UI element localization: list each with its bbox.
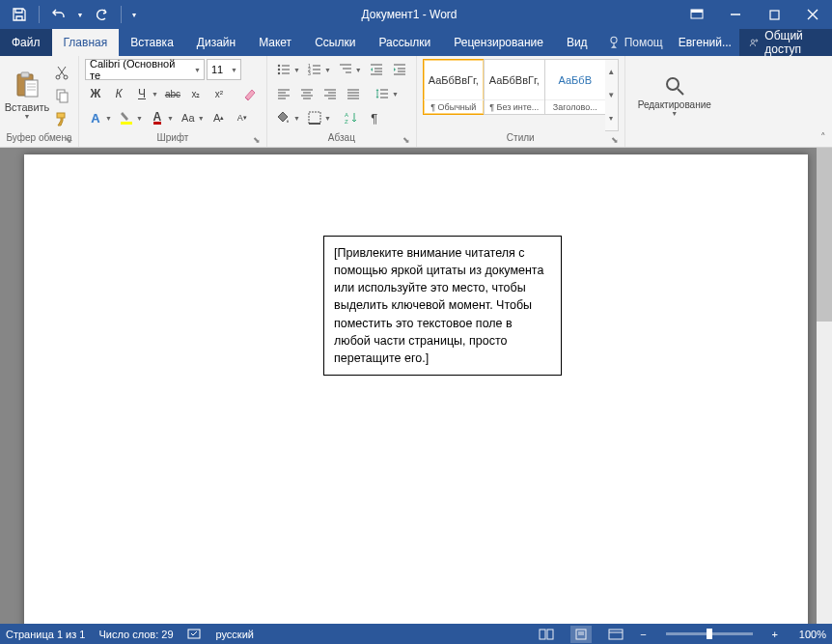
- grow-font-button[interactable]: A▴: [208, 107, 230, 128]
- close-button[interactable]: [793, 0, 832, 29]
- line-spacing-button[interactable]: [372, 83, 393, 104]
- cut-button[interactable]: [51, 62, 72, 83]
- show-marks-button[interactable]: ¶: [364, 107, 385, 128]
- page[interactable]: [Привлеките внимание читателя с помощью …: [24, 154, 808, 624]
- tab-review[interactable]: Рецензирование: [442, 29, 555, 56]
- redo-button[interactable]: [88, 1, 115, 28]
- align-right-button[interactable]: [319, 83, 341, 104]
- style-heading1[interactable]: АаБбВ Заголово...: [544, 59, 606, 115]
- text-effects-button[interactable]: A: [85, 107, 106, 128]
- tab-references[interactable]: Ссылки: [303, 29, 367, 56]
- format-painter-button[interactable]: [51, 108, 72, 129]
- tell-me-search[interactable]: Помощ: [599, 29, 671, 56]
- collapse-ribbon-button[interactable]: ˄: [820, 131, 826, 144]
- group-styles-label: Стили: [507, 132, 535, 143]
- read-mode-button[interactable]: [536, 626, 557, 643]
- subscript-button[interactable]: x₂: [185, 83, 207, 104]
- font-color-button[interactable]: A: [147, 107, 168, 128]
- styles-expand[interactable]: ▾: [605, 107, 618, 130]
- zoom-slider[interactable]: [666, 632, 753, 635]
- share-label: Общий доступ: [764, 29, 822, 56]
- share-button[interactable]: Общий доступ: [739, 29, 832, 56]
- font-name-combo[interactable]: Calibri (Основной те▼: [85, 59, 205, 80]
- paste-button[interactable]: Вставить ▼: [6, 59, 48, 131]
- ribbon-display-options[interactable]: [678, 0, 716, 29]
- zoom-slider-thumb[interactable]: [707, 629, 712, 639]
- clear-formatting-button[interactable]: [239, 83, 261, 104]
- italic-button[interactable]: К: [108, 83, 129, 104]
- minimize-button[interactable]: [716, 0, 755, 29]
- numbering-button[interactable]: 123: [304, 59, 325, 80]
- shrink-font-button[interactable]: A▾: [232, 107, 253, 128]
- svg-rect-8: [21, 72, 29, 77]
- styles-launcher[interactable]: ⬊: [609, 134, 621, 146]
- undo-dropdown[interactable]: ▼: [74, 1, 86, 28]
- vertical-scrollbar[interactable]: [817, 148, 832, 624]
- tab-insert[interactable]: Вставка: [119, 29, 185, 56]
- styles-down[interactable]: ▼: [605, 83, 618, 106]
- style-no-spacing[interactable]: АаБбВвГг, ¶ Без инте...: [484, 59, 545, 115]
- bold-button[interactable]: Ж: [85, 83, 106, 104]
- sort-button[interactable]: AZ: [341, 107, 362, 128]
- proofing-icon[interactable]: [187, 628, 203, 641]
- zoom-out-button[interactable]: −: [640, 629, 646, 640]
- justify-button[interactable]: [343, 83, 364, 104]
- maximize-button[interactable]: [755, 0, 793, 29]
- web-layout-button[interactable]: [605, 626, 626, 643]
- multilevel-list-button[interactable]: [335, 59, 356, 80]
- svg-point-66: [667, 78, 679, 90]
- styles-up[interactable]: ▲: [605, 60, 618, 83]
- svg-point-4: [611, 37, 617, 42]
- qat-customize[interactable]: ▾: [127, 1, 141, 28]
- font-launcher[interactable]: ⬊: [251, 134, 263, 146]
- align-center-button[interactable]: [296, 83, 318, 104]
- group-paragraph-label: Абзац: [328, 132, 355, 143]
- status-bar: Страница 1 из 1 Число слов: 29 русский −…: [0, 624, 832, 644]
- print-layout-button[interactable]: [570, 626, 592, 643]
- svg-point-21: [278, 69, 280, 70]
- svg-point-19: [278, 65, 280, 67]
- change-case-button[interactable]: Aa: [178, 107, 199, 128]
- strikethrough-button[interactable]: abc: [162, 83, 183, 104]
- ribbon: Вставить ▼ Буфер обмена⬊ Calibri (Основн…: [0, 56, 832, 148]
- page-indicator[interactable]: Страница 1 из 1: [6, 629, 85, 640]
- save-button[interactable]: [6, 1, 33, 28]
- svg-rect-70: [547, 630, 553, 639]
- copy-button[interactable]: [51, 85, 72, 106]
- group-font-label: Шрифт: [157, 132, 189, 143]
- chevron-down-icon: ▼: [24, 113, 31, 120]
- paragraph-launcher[interactable]: ⬊: [401, 134, 412, 146]
- bullets-button[interactable]: [273, 59, 294, 80]
- superscript-button[interactable]: x²: [208, 83, 230, 104]
- tab-home[interactable]: Главная: [52, 29, 120, 56]
- zoom-level[interactable]: 100%: [791, 629, 826, 640]
- decrease-indent-button[interactable]: [366, 59, 387, 80]
- underline-button[interactable]: Ч: [131, 83, 153, 104]
- group-styles: АаБбВвГг, ¶ Обычный АаБбВвГг, ¶ Без инте…: [417, 56, 625, 147]
- highlight-button[interactable]: [116, 107, 137, 128]
- text-box[interactable]: [Привлеките внимание читателя с помощью …: [323, 236, 562, 376]
- align-left-button[interactable]: [273, 83, 294, 104]
- chevron-down-icon: ▼: [671, 110, 678, 117]
- tab-file[interactable]: Файл: [0, 29, 52, 56]
- font-size-combo[interactable]: 11▼: [207, 59, 241, 80]
- tab-mailings[interactable]: Рассылки: [367, 29, 442, 56]
- tab-layout[interactable]: Макет: [247, 29, 303, 56]
- group-paragraph: ▼ 123▼ ▼ ▼ ▼ ▼ AZ ¶ Абзац⬊: [267, 56, 417, 147]
- shading-button[interactable]: [273, 107, 294, 128]
- word-count[interactable]: Число слов: 29: [98, 629, 173, 640]
- scrollbar-thumb[interactable]: [817, 148, 832, 322]
- editing-button[interactable]: Редактирование ▼: [631, 59, 718, 131]
- style-normal[interactable]: АаБбВвГг, ¶ Обычный: [423, 59, 485, 115]
- borders-button[interactable]: [304, 107, 325, 128]
- undo-button[interactable]: [45, 1, 72, 28]
- language-indicator[interactable]: русский: [216, 629, 254, 640]
- clipboard-launcher[interactable]: ⬊: [63, 134, 74, 146]
- increase-indent-button[interactable]: [389, 59, 410, 80]
- zoom-in-button[interactable]: +: [772, 629, 778, 640]
- tab-design[interactable]: Дизайн: [185, 29, 247, 56]
- tab-view[interactable]: Вид: [555, 29, 599, 56]
- group-clipboard: Вставить ▼ Буфер обмена⬊: [0, 56, 79, 147]
- user-account[interactable]: Евгений...: [671, 29, 739, 56]
- svg-rect-69: [540, 630, 545, 639]
